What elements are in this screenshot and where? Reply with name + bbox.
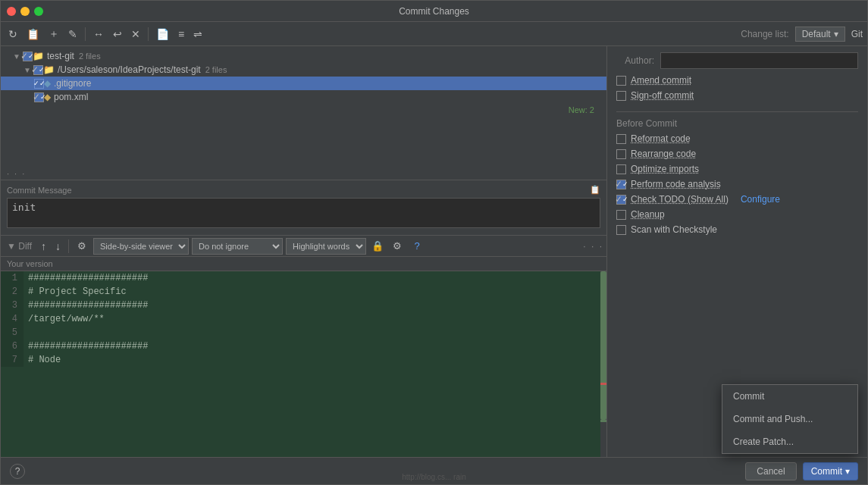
help-button[interactable]: ? [10,464,25,479]
toolbar-file[interactable]: 📄 [153,27,172,42]
optimize-imports-row: Optimize imports [616,164,858,174]
toolbar-close[interactable]: ✕ [128,27,143,42]
main-window: Commit Changes ↻ 📋 ＋ ✎ ↔ ↩ ✕ 📄 ≡ ⇌ Chang… [0,0,868,485]
amend-label-text: Amend commit [631,75,691,86]
scan-checkstyle-label: Scan with Checkstyle [631,224,717,235]
sep1 [85,27,86,41]
code-line-7: 7 # Node [1,353,606,367]
your-version-label: Your version [1,257,606,271]
line-num-2: 2 [1,285,24,299]
line-content-1: ###################### [24,271,148,285]
scan-checkstyle-checkbox[interactable] [616,225,626,235]
diff-sep1 [68,239,69,253]
git-tab[interactable]: Git [851,29,863,39]
bottom-bar: ? Cancel Commit ▾ [1,457,867,484]
diff-next-btn[interactable]: ↓ [52,239,64,254]
amend-commit-label: Amend commit [631,75,691,86]
tree-item-pomxml[interactable]: ✓ ◆ pom.xml [1,90,606,104]
diff-help-btn[interactable]: ? [409,238,425,255]
toolbar-clipboard[interactable]: 📋 [24,27,42,42]
check-todo-checkbox[interactable]: ✓ [616,195,626,205]
tree-item-path[interactable]: ▼ ✓ 📁 /Users/saleson/IdeaProjects/test-g… [1,63,606,77]
rearrange-code-checkbox[interactable] [616,149,626,159]
toolbar-move[interactable]: ↔ [90,27,107,42]
file-icon-pomxml: ◆ [44,92,51,102]
copy-icon[interactable]: 📋 [590,185,600,195]
code-line-6: 6 ###################### [1,340,606,353]
toolbar: ↻ 📋 ＋ ✎ ↔ ↩ ✕ 📄 ≡ ⇌ Change list: Default… [1,22,867,46]
line-num-1: 1 [1,271,24,285]
minimize-button[interactable] [20,7,30,16]
perform-analysis-row: ✓ Perform code analysis [616,179,858,189]
line-content-2: # Project Specific [24,285,127,299]
rearrange-code-label: Rearrange code [631,149,696,159]
toolbar-refresh[interactable]: ↻ [5,27,20,42]
author-row: Author: [616,52,858,69]
file-tree: ▼ ✓ 📁 test-git 2 files ▼ ✓ 📁 /Users/sale… [1,46,606,167]
toolbar-undo[interactable]: ↩ [110,27,125,42]
diff-ignore-select[interactable]: Do not ignore Ignore whitespace [192,238,283,255]
author-input[interactable] [660,52,858,69]
cleanup-checkbox[interactable] [616,210,626,220]
diff-lock-btn[interactable]: 🔒 [369,238,386,255]
sep2 [148,27,149,41]
line-content-6: ###################### [24,340,148,353]
diff-section: ▼ Diff ↑ ↓ ⚙ Side-by-side viewer Unified… [1,235,606,457]
diff-gear-btn[interactable]: ⚙ [389,238,406,255]
dropdown-create-patch[interactable]: Create Patch... [722,430,857,453]
perform-analysis-checkbox[interactable]: ✓ [616,180,626,189]
changelist-button[interactable]: Default ▾ [795,27,845,42]
tree-checkbox-gitignore[interactable]: ✓ [34,79,44,89]
line-num-5: 5 [1,326,24,340]
file-icon-gitignore: ◆ [44,78,51,89]
tree-item-gitignore[interactable]: ✓ ◆ .gitignore [1,77,606,90]
toolbar-swap[interactable]: ⇌ [190,27,205,42]
signoff-commit-label: Sign-off commit [631,90,694,101]
changelist-arrow: ▾ [834,29,838,39]
cleanup-label: Cleanup [631,209,665,220]
commit-message-section: Commit Message 📋 init [1,180,606,235]
folder-path-icon: 📁 [43,64,55,75]
check-todo-label: Check TODO (Show All) [631,194,729,205]
diff-viewer-select[interactable]: Side-by-side viewer Unified viewer [93,238,189,255]
optimize-imports-checkbox[interactable] [616,164,626,174]
commit-message-input[interactable]: init [7,198,600,228]
tree-item-root[interactable]: ▼ ✓ 📁 test-git 2 files [1,49,606,63]
cancel-button[interactable]: Cancel [745,462,796,480]
toolbar-add[interactable]: ＋ [45,26,62,42]
tree-checkbox-root[interactable]: ✓ [23,52,33,61]
reformat-code-checkbox[interactable] [616,134,626,144]
tree-checkbox-path[interactable]: ✓ [33,65,43,75]
scrollbar-marker-1 [600,383,606,385]
configure-link[interactable]: Configure [741,194,780,205]
signoff-commit-row: Sign-off commit [616,90,858,101]
code-area[interactable]: 1 ###################### 2 # Project Spe… [1,271,606,457]
optimize-imports-label: Optimize imports [631,164,699,174]
line-content-7: # Node [24,353,61,367]
amend-commit-checkbox[interactable] [616,76,626,86]
tree-label-path: /Users/saleson/IdeaProjects/test-git [58,64,201,75]
dropdown-commit-push[interactable]: Commit and Push... [722,408,857,430]
tree-checkbox-pomxml[interactable]: ✓ [34,92,44,102]
maximize-button[interactable] [34,7,43,16]
scrollbar-marker-2 [600,420,606,422]
close-button[interactable] [7,7,16,16]
commit-button[interactable]: Commit ▾ [803,462,858,480]
diff-settings-btn[interactable]: ⚙ [74,238,90,255]
toolbar-list[interactable]: ≡ [175,27,187,42]
signoff-commit-checkbox[interactable] [616,91,626,101]
author-label: Author: [616,55,654,66]
diff-prev-btn[interactable]: ↑ [38,239,49,254]
vertical-scrollbar[interactable] [600,271,606,457]
window-title: Commit Changes [399,6,469,17]
amend-commit-row: Amend commit [616,75,858,86]
diff-highlight-select[interactable]: Highlight words Highlight chars [286,238,366,255]
perform-analysis-label: Perform code analysis [631,179,721,189]
tree-label-root: test-git [47,51,74,61]
toolbar-edit[interactable]: ✎ [65,27,80,42]
dropdown-commit[interactable]: Commit [722,385,857,408]
rearrange-code-row: Rearrange code [616,149,858,159]
code-line-4: 4 /target/www/** [1,312,606,326]
dots-icon: · · · [7,169,26,178]
commit-message-label: Commit Message [7,186,72,195]
